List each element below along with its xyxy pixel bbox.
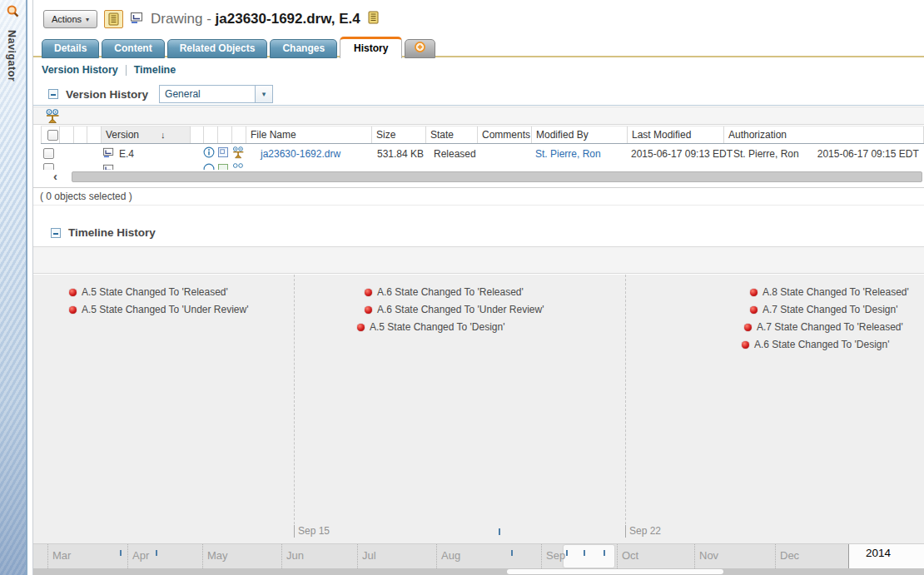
year-label: 2014 xyxy=(866,547,891,559)
week-label: Sep 22 xyxy=(629,525,661,537)
authorization-date-value: 2015-06-17 09:15 EDT xyxy=(817,148,919,160)
modified-by-link[interactable]: St. Pierre, Ron xyxy=(535,148,601,160)
page-title: Drawing - ja23630-1692.drw, E.4 xyxy=(151,11,360,27)
event-time-tick xyxy=(120,550,122,556)
week-divider-line xyxy=(625,275,626,528)
week-tick xyxy=(294,525,295,538)
timeline-event[interactable]: A.6 State Changed To 'Design' xyxy=(742,338,889,351)
month-label: Aug xyxy=(436,544,541,568)
event-time-tick xyxy=(584,550,585,556)
collapse-timeline-history-icon[interactable] xyxy=(51,228,61,238)
column-header-size[interactable]: Size xyxy=(371,126,425,143)
timeline-event[interactable]: A.8 State Changed To 'Released' xyxy=(750,285,909,299)
event-dot-icon xyxy=(365,306,372,314)
event-time-tick xyxy=(511,550,513,556)
column-header-state[interactable]: State xyxy=(425,126,477,143)
object-info-book-icon[interactable] xyxy=(104,10,123,28)
column-header-comments[interactable]: Comments xyxy=(477,126,531,143)
table-horizontal-scrollbar[interactable]: ‹ xyxy=(33,170,924,184)
tab-changes[interactable]: Changes xyxy=(270,39,337,58)
timeline-overview-thumb[interactable] xyxy=(507,569,723,574)
month-label: Nov xyxy=(694,544,775,568)
week-divider-line xyxy=(294,275,295,528)
timeline-event[interactable]: A.6 State Changed To 'Released' xyxy=(365,285,524,299)
column-header-modified-by[interactable]: Modified By xyxy=(531,126,627,143)
timeline-history-title: Timeline History xyxy=(68,226,156,239)
month-label: Dec xyxy=(775,544,848,568)
open-in-window-icon[interactable] xyxy=(217,146,229,161)
subnav-version-history-link[interactable]: Version History xyxy=(42,64,118,76)
event-time-tick xyxy=(566,550,568,556)
event-dot-icon xyxy=(742,341,749,349)
navigator-rail[interactable]: Navigator xyxy=(0,0,27,575)
file-name-link[interactable]: ja23630-1692.drw xyxy=(261,148,340,160)
select-all-checkbox[interactable] xyxy=(47,130,58,141)
month-label: Apr xyxy=(127,544,202,568)
column-header-file-name[interactable]: File Name xyxy=(246,126,371,143)
column-header-version[interactable]: Version ↓ xyxy=(101,126,190,143)
version-history-title: Version History xyxy=(66,88,148,101)
subnav-timeline-link[interactable]: Timeline xyxy=(134,64,176,76)
drawing-type-icon xyxy=(130,12,144,27)
week-tick xyxy=(625,525,626,538)
tab-bar: Details Content Related Objects Changes … xyxy=(42,37,435,58)
object-name: ja23630-1692.drw, E.4 xyxy=(216,11,360,27)
timeline-event[interactable]: A.7 State Changed To 'Released' xyxy=(744,320,903,334)
timeline-header-strip xyxy=(33,246,924,274)
open-in-window-icon xyxy=(217,163,229,170)
header-spacer xyxy=(231,126,246,143)
actions-button[interactable]: Actions ▾ xyxy=(43,10,97,28)
version-history-section-header: Version History General ▾ xyxy=(48,85,273,103)
year-region: 2014 xyxy=(848,544,924,568)
object-header: Actions ▾ Drawing - ja23630 xyxy=(43,7,380,31)
tab-related-objects[interactable]: Related Objects xyxy=(167,39,268,58)
authorization-by-value: St. Pierre, Ron xyxy=(733,148,799,160)
view-dropdown[interactable]: General ▾ xyxy=(159,85,273,103)
week-label: Sep 15 xyxy=(298,525,330,537)
timeline-months-bar[interactable]: Mar Apr May Jun Jul Aug Sep Oct Nov Dec … xyxy=(33,543,924,568)
timeline-event[interactable]: A.5 State Changed To 'Design' xyxy=(357,320,504,334)
tab-details[interactable]: Details xyxy=(42,39,99,58)
timeline-history-section-header: Timeline History xyxy=(51,226,156,239)
timeline-overview-scrollbar[interactable] xyxy=(33,568,924,575)
header-spacer xyxy=(190,126,203,143)
timeline-event[interactable]: A.5 State Changed To 'Under Review' xyxy=(69,303,248,316)
drawing-type-icon xyxy=(102,147,115,161)
sort-descending-icon[interactable]: ↓ xyxy=(161,130,166,140)
selection-status-text: ( 0 objects selected ) xyxy=(40,191,132,202)
timeline-event[interactable]: A.5 State Changed To 'Released' xyxy=(69,285,228,299)
compare-information-icon[interactable] xyxy=(231,146,246,161)
collapse-version-history-icon[interactable] xyxy=(48,89,58,99)
add-tab-button[interactable] xyxy=(405,39,435,58)
state-value: Released xyxy=(434,148,476,160)
timeline-event[interactable]: A.6 State Changed To 'Under Review' xyxy=(365,303,544,316)
timeline-event[interactable]: A.7 State Changed To 'Design' xyxy=(750,303,897,316)
column-header-last-modified[interactable]: Last Modified xyxy=(627,126,723,143)
timeline-canvas[interactable]: A.5 State Changed To 'Released' A.5 Stat… xyxy=(33,275,924,543)
scrollbar-thumb[interactable] xyxy=(72,171,922,182)
month-label: Jul xyxy=(357,544,436,568)
header-spacer xyxy=(217,126,231,143)
trailing-book-icon[interactable] xyxy=(367,11,380,27)
month-label: Sep xyxy=(541,544,617,568)
navigator-pin-icon[interactable] xyxy=(5,4,21,23)
compare-information-icon[interactable] xyxy=(45,109,61,127)
information-icon xyxy=(203,163,215,170)
table-row[interactable]: E.4 xyxy=(41,144,924,163)
view-dropdown-arrow-icon[interactable]: ▾ xyxy=(255,86,272,102)
tab-content[interactable]: Content xyxy=(102,39,164,58)
header-spacer xyxy=(203,126,217,143)
information-icon[interactable] xyxy=(203,146,215,161)
header-spacer xyxy=(87,126,101,143)
drawing-type-icon xyxy=(102,163,115,170)
event-dot-icon xyxy=(750,306,758,314)
event-dot-icon xyxy=(357,324,365,331)
event-dot-icon xyxy=(365,289,372,296)
tab-history[interactable]: History xyxy=(340,37,402,58)
column-header-authorization[interactable]: Authorization xyxy=(723,126,924,143)
scroll-left-arrow-icon[interactable]: ‹ xyxy=(53,169,57,183)
row-checkbox[interactable] xyxy=(43,148,54,159)
event-dot-icon xyxy=(69,306,77,314)
event-dot-icon xyxy=(744,324,752,331)
section-separator xyxy=(33,105,924,106)
